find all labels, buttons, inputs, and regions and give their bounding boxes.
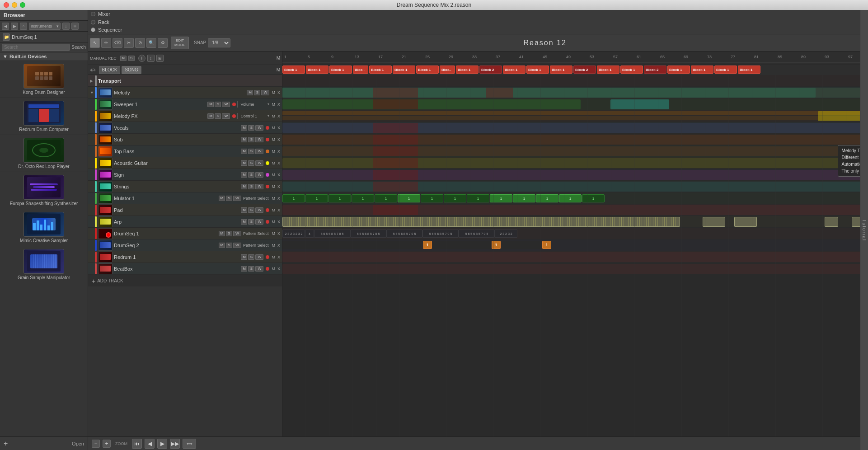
- melodyfx-s-button[interactable]: S: [215, 113, 221, 119]
- block-10[interactable]: Block 2: [479, 66, 502, 74]
- track-content-scroll[interactable]: 1 1 1 1 1 1 1 1 1 1: [282, 75, 860, 436]
- arp-w-button[interactable]: W: [255, 219, 263, 225]
- nav-forward-button[interactable]: ▶: [11, 23, 18, 30]
- pad-m-button[interactable]: M: [241, 207, 247, 213]
- mixer-radio[interactable]: [91, 12, 95, 16]
- play-button[interactable]: ▶: [157, 439, 167, 449]
- pad-s-button[interactable]: S: [248, 207, 254, 213]
- collapse-melody-icon[interactable]: ▼: [90, 90, 94, 95]
- block-7[interactable]: Block 1: [416, 66, 439, 74]
- maximize-button[interactable]: [20, 2, 25, 8]
- collapse-transport-icon[interactable]: ▶: [90, 79, 94, 83]
- topbass-w-button[interactable]: W: [255, 149, 263, 154]
- tutorial-tab[interactable]: Tutorial: [860, 10, 868, 450]
- topbass-x-button[interactable]: X: [277, 149, 280, 154]
- sub-w-button[interactable]: W: [255, 137, 263, 142]
- device-europa[interactable]: Europa Shapeshifting Synthesizer: [0, 172, 88, 209]
- strings-s-button[interactable]: S: [248, 184, 254, 189]
- select-tool-button[interactable]: ↖: [90, 38, 100, 48]
- add-track-button[interactable]: + ADD TRACK: [88, 275, 282, 286]
- cut-tool-button[interactable]: ✂: [124, 38, 134, 48]
- beatbox-x-button[interactable]: X: [277, 267, 280, 271]
- send-receive-button[interactable]: ↕: [147, 55, 155, 62]
- redrum1-s-button[interactable]: S: [248, 254, 254, 260]
- mulator1-s-button[interactable]: S: [226, 196, 232, 201]
- layout-button[interactable]: ⊞: [156, 55, 164, 62]
- sweeper1-s-button[interactable]: S: [215, 102, 221, 107]
- drumseq2-w-button[interactable]: W: [233, 243, 241, 248]
- drumseq2-s-button[interactable]: S: [226, 243, 232, 248]
- beatbox-s-button[interactable]: S: [248, 266, 254, 272]
- block-12[interactable]: Block 1: [526, 66, 549, 74]
- block-20[interactable]: Block 1: [714, 66, 737, 74]
- rack-radio[interactable]: [91, 20, 95, 24]
- device-grain[interactable]: Grain Sample Manipulator: [0, 246, 88, 283]
- melody-x-button[interactable]: X: [277, 90, 280, 95]
- vocals-x-button[interactable]: X: [277, 126, 280, 130]
- topbass-s-button[interactable]: S: [248, 149, 254, 154]
- melody-w-button[interactable]: W: [261, 90, 269, 95]
- device-droctrex[interactable]: Dr. Octo Rex Loop Player: [0, 135, 88, 172]
- block-5[interactable]: Block 1: [369, 66, 392, 74]
- arp-s-button[interactable]: S: [248, 219, 254, 225]
- block-16[interactable]: Block 1: [620, 66, 643, 74]
- sweeper1-x-button[interactable]: X: [277, 102, 280, 107]
- sub-s-button[interactable]: S: [248, 137, 254, 142]
- block-8[interactable]: Bloc..: [440, 66, 455, 74]
- open-button[interactable]: Open: [72, 441, 84, 446]
- zoom-in-button[interactable]: +: [103, 440, 111, 448]
- mixer-tab[interactable]: Mixer: [98, 11, 110, 17]
- melodyfx-m-button[interactable]: M: [207, 113, 214, 119]
- mulator1-w-button[interactable]: W: [233, 196, 241, 201]
- pad-x-button[interactable]: X: [277, 208, 280, 212]
- mute-tool-button[interactable]: ⊘: [135, 38, 145, 48]
- sub-m-button[interactable]: M: [241, 137, 247, 142]
- nav-home-button[interactable]: ⌂: [20, 23, 27, 30]
- nav-arrow-down-button[interactable]: ↓: [62, 23, 70, 30]
- zoom-out-button[interactable]: −: [92, 440, 100, 448]
- forward-button[interactable]: ▶▶: [170, 439, 180, 449]
- block-13[interactable]: Block 1: [550, 66, 572, 74]
- back-button[interactable]: ◀: [145, 439, 155, 449]
- ag-s-button[interactable]: S: [248, 160, 254, 166]
- instruments-dropdown[interactable]: Instruments ▾: [29, 23, 61, 30]
- beatbox-m-button[interactable]: M: [241, 266, 247, 272]
- block-11[interactable]: Block 1: [503, 66, 525, 74]
- song-button[interactable]: SONG: [122, 66, 141, 74]
- rack-tab[interactable]: Rack: [98, 19, 109, 25]
- melody-s-button[interactable]: S: [254, 90, 260, 95]
- global-s-button[interactable]: S: [128, 56, 135, 61]
- drumseq1-w-button[interactable]: W: [233, 231, 241, 236]
- redrum1-x-button[interactable]: X: [277, 255, 280, 259]
- vocals-w-button[interactable]: W: [255, 125, 263, 131]
- sequencer-tab[interactable]: Sequencer: [98, 27, 122, 33]
- block-4[interactable]: Bloc..: [353, 66, 368, 74]
- ag-m-button[interactable]: M: [241, 160, 247, 166]
- topbass-m-button[interactable]: M: [241, 149, 247, 154]
- redrum1-w-button[interactable]: W: [255, 254, 263, 260]
- snap-select[interactable]: 1/8 1/4 1/16 Bar: [208, 38, 230, 47]
- sign-x-button[interactable]: X: [277, 173, 280, 177]
- melodyfx-w-button[interactable]: W: [222, 113, 230, 119]
- mulator1-x-button[interactable]: X: [277, 196, 280, 201]
- block-14[interactable]: Block 2: [573, 66, 596, 74]
- add-track-area-button[interactable]: +: [138, 55, 145, 62]
- drumseq1-m-button[interactable]: M: [219, 231, 225, 236]
- device-redrum[interactable]: Redrum Drum Computer: [0, 98, 88, 135]
- block-15[interactable]: Block 1: [597, 66, 619, 74]
- redrum1-m-button[interactable]: M: [241, 254, 247, 260]
- block-17[interactable]: Block 2: [644, 66, 666, 74]
- global-m-button[interactable]: M: [120, 56, 127, 61]
- zoom-tool-button[interactable]: 🔍: [146, 38, 156, 48]
- melodyfx-x-button[interactable]: X: [277, 114, 280, 118]
- block-3[interactable]: Block 1: [329, 66, 352, 74]
- add-device-button[interactable]: +: [4, 440, 8, 448]
- device-mimic[interactable]: Mimic Creative Sampler: [0, 209, 88, 246]
- search-input[interactable]: [2, 44, 70, 51]
- eraser-tool-button[interactable]: ⌫: [113, 38, 122, 48]
- sweeper1-auto-arrow[interactable]: ▾: [267, 102, 269, 106]
- sign-m-button[interactable]: M: [241, 172, 247, 178]
- vocals-s-button[interactable]: S: [248, 125, 254, 131]
- built-in-devices-header[interactable]: ▼ Built-in Devices: [0, 52, 88, 61]
- pad-w-button[interactable]: W: [255, 207, 263, 213]
